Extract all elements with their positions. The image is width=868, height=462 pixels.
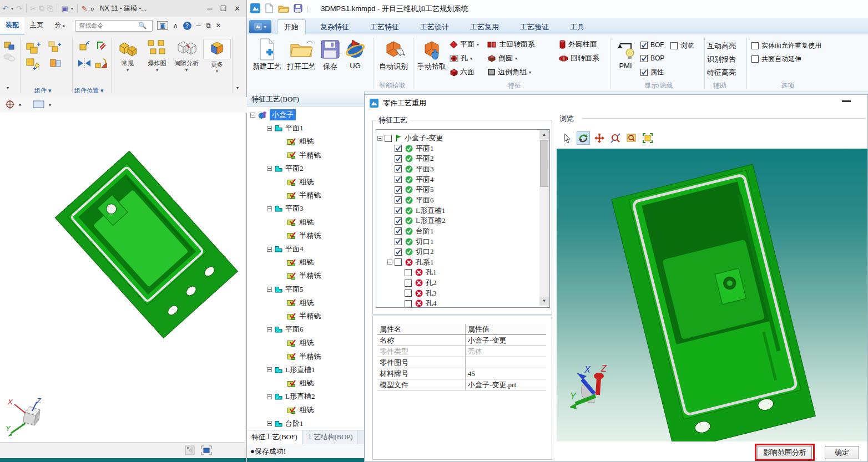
- undo-dropdown-icon[interactable]: ▾: [11, 6, 13, 11]
- finish-flag-icon[interactable]: [184, 445, 195, 458]
- km-tab-6[interactable]: 工艺验证: [513, 20, 556, 34]
- browse-3d-viewport[interactable]: X Z Y: [557, 149, 867, 441]
- nx-tab-1[interactable]: 装配: [0, 17, 24, 35]
- pattern-component-icon[interactable]: +: [48, 40, 63, 56]
- tree-feature-item[interactable]: 平面2: [267, 163, 304, 175]
- ribbon-overflow-dropdown-icon[interactable]: ▾: [236, 85, 239, 90]
- tree-operation-item[interactable]: 半精铣: [287, 189, 321, 201]
- checklist-item[interactable]: 平面4: [387, 175, 434, 185]
- checklist-item[interactable]: 孔3: [397, 288, 437, 298]
- layout-dropdown-icon[interactable]: ▾: [71, 6, 73, 11]
- move-component-icon[interactable]: [77, 40, 91, 55]
- copy-icon[interactable]: ⧉: [39, 4, 44, 13]
- feature-button-cylinder[interactable]: 外圆柱面: [559, 39, 597, 49]
- group-label-components[interactable]: 组件 ▾: [34, 87, 52, 95]
- constrain-icon[interactable]: [94, 39, 108, 54]
- redo-icon[interactable]: ↷: [16, 4, 22, 13]
- open-process-button[interactable]: 打开工艺: [284, 37, 319, 72]
- collapse-ribbon-icon[interactable]: ∧: [173, 22, 178, 29]
- window-display-icon[interactable]: [200, 444, 213, 458]
- select-cursor-icon[interactable]: [561, 131, 574, 145]
- rectangle-select-icon[interactable]: [32, 100, 46, 110]
- new-process-button[interactable]: 新建工艺: [249, 37, 285, 72]
- paste-icon[interactable]: ⎘: [47, 4, 53, 13]
- nx-tab-2[interactable]: 主页: [24, 17, 49, 34]
- doc-restore-button[interactable]: ⧉: [206, 22, 211, 29]
- doc-minimize-button[interactable]: ─: [196, 22, 201, 29]
- auto-recognize-button[interactable]: 自动识别: [375, 37, 412, 72]
- km-tab-3[interactable]: 工艺特征: [364, 20, 406, 34]
- group-label-component-position[interactable]: 组件位置 ▾: [74, 87, 104, 95]
- property-row[interactable]: 零件类型壳体: [377, 346, 546, 357]
- snap-dropdown-icon[interactable]: ▾: [19, 103, 21, 108]
- checklist-item[interactable]: 平面1: [387, 144, 434, 154]
- checklist-item[interactable]: 切口1: [387, 237, 434, 247]
- tree-feature-item[interactable]: 平面6: [267, 323, 304, 336]
- property-row[interactable]: 零件图号: [377, 357, 546, 368]
- tree-operation-item[interactable]: 半精铣: [287, 149, 321, 161]
- snap-point-icon[interactable]: [4, 99, 16, 111]
- scroll-down-icon[interactable]: ▼: [539, 297, 549, 306]
- assembly-constraints-icon[interactable]: [77, 57, 92, 72]
- tree-operation-item[interactable]: 半精铣: [287, 270, 321, 282]
- cloud-assembly-icon[interactable]: [3, 52, 16, 64]
- checklist-item[interactable]: 孔1: [397, 267, 437, 277]
- ug-button[interactable]: UG: [342, 37, 368, 70]
- checklist-item[interactable]: L形直槽1: [387, 206, 445, 216]
- display-checkbox-2[interactable]: BOP: [640, 54, 664, 62]
- scroll-thumb[interactable]: [540, 140, 548, 187]
- tree-operation-item[interactable]: 粗铣: [287, 135, 314, 148]
- nx-button-3[interactable]: 间隙分析▾: [173, 39, 200, 73]
- checklist-item[interactable]: 台阶1: [387, 226, 434, 236]
- feature-process-tree[interactable]: 小盒子平面1粗铣半精铣平面2粗铣半精铣平面3粗铣半精铣平面4粗铣半精铣平面5粗铣…: [247, 106, 364, 430]
- feature-button-hole[interactable]: 孔▾: [450, 53, 472, 63]
- qat-overflow-icon[interactable]: »: [90, 4, 94, 13]
- tree-operation-item[interactable]: 粗铣: [287, 256, 314, 268]
- mirror-assembly-icon[interactable]: [49, 57, 62, 72]
- nx-command-search[interactable]: 🔍: [75, 20, 153, 32]
- impact-analysis-button[interactable]: 影响范围分析: [758, 446, 812, 459]
- km-tab-7[interactable]: 工具: [563, 20, 591, 34]
- tab-process-structure[interactable]: 工艺结构(BOP): [302, 430, 358, 445]
- arrangements-icon[interactable]: [94, 57, 109, 72]
- aux-button-1[interactable]: 互动高亮: [707, 41, 736, 51]
- tree-feature-item[interactable]: L形直槽1: [267, 364, 315, 376]
- zoom-window-icon[interactable]: [625, 131, 638, 145]
- feature-checklist[interactable]: 小盒子-变更平面1平面2平面3平面4平面5平面6L形直槽1L形直槽2台阶1切口1…: [376, 129, 550, 308]
- open-file-icon[interactable]: [278, 4, 289, 14]
- tree-feature-item[interactable]: 平面1: [267, 122, 304, 134]
- tree-feature-item[interactable]: L形直槽2: [267, 390, 315, 403]
- tree-operation-item[interactable]: 粗铣: [287, 176, 314, 188]
- km-tab-1[interactable]: 开始: [277, 19, 306, 34]
- tree-root-item[interactable]: 小盒子: [250, 109, 296, 121]
- scroll-up-icon[interactable]: ▲: [539, 130, 549, 139]
- nx-model-box[interactable]: [50, 146, 250, 357]
- pan-view-icon[interactable]: [593, 131, 606, 145]
- dialog-titlebar[interactable]: 零件工艺重用: [365, 95, 867, 111]
- feature-button-cube6[interactable]: 六面: [450, 67, 475, 77]
- checklist-item[interactable]: 小盒子-变更: [377, 133, 443, 143]
- checklist-item[interactable]: 平面6: [387, 195, 434, 205]
- tree-feature-item[interactable]: 平面4: [267, 243, 304, 255]
- tree-operation-item[interactable]: 半精铣: [287, 310, 321, 322]
- checklist-item[interactable]: L形直槽2: [387, 216, 445, 226]
- property-row[interactable]: 名称小盒子-变更: [377, 335, 546, 346]
- nx-maximize-button[interactable]: ☐: [220, 4, 226, 13]
- nx-close-button[interactable]: ✕: [234, 4, 240, 13]
- tree-feature-item[interactable]: 平面5: [267, 283, 304, 296]
- tree-operation-item[interactable]: 粗铣: [287, 297, 314, 309]
- rotate-view-icon[interactable]: [577, 131, 590, 145]
- feature-button-mainrev[interactable]: 主回转面系: [487, 39, 535, 49]
- add-component-icon[interactable]: +: [26, 40, 42, 57]
- option-checkbox-2[interactable]: 共面自动延伸: [751, 54, 801, 64]
- tree-operation-item[interactable]: 半精铣: [287, 230, 321, 242]
- nx-tab-3[interactable]: 分 ▸: [49, 17, 70, 34]
- checklist-item[interactable]: 切口2: [387, 247, 434, 257]
- nx-minimize-button[interactable]: ─: [207, 4, 212, 13]
- nx-3d-viewport[interactable]: X Z Y: [0, 113, 245, 442]
- display-checkbox-3[interactable]: 属性: [640, 68, 664, 77]
- tree-feature-item[interactable]: 平面3: [267, 202, 304, 215]
- checklist-item[interactable]: 孔系1: [387, 257, 434, 267]
- tree-operation-item[interactable]: 粗铣: [287, 404, 314, 416]
- manual-pick-button[interactable]: 手动拾取: [415, 37, 449, 72]
